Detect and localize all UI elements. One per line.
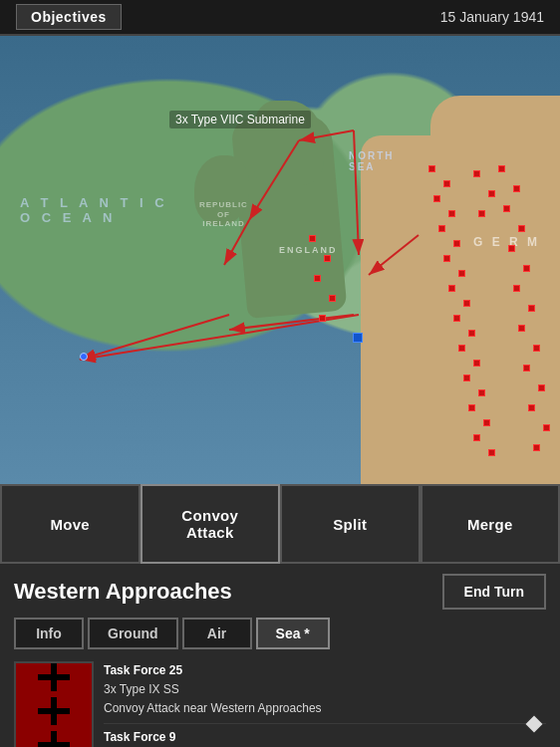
tab-air[interactable]: Air: [182, 618, 252, 649]
title-row: Western Approaches End Turn: [0, 564, 560, 618]
tab-info[interactable]: Info: [14, 618, 84, 649]
map-area[interactable]: A T L A N T I CO C E A N NORTHSEA ENGLAN…: [0, 36, 560, 484]
date-display: 15 January 1941: [440, 9, 544, 25]
cross-icon-2: [38, 697, 70, 725]
cross-icon: [38, 663, 70, 691]
cross-icon-3: [38, 731, 70, 747]
end-turn-button[interactable]: End Turn: [442, 574, 546, 610]
top-bar: Objectives 15 January 1941: [0, 0, 560, 36]
region-title: Western Approaches: [14, 579, 232, 605]
task-list: Task Force 25 3x Type IX SS Convoy Attac…: [104, 661, 546, 747]
task-item-2: Task Force 9 3x Type IX SS Convoy Attack…: [104, 728, 546, 747]
land-ireland: [194, 155, 249, 225]
content-area: Task Force 25 3x Type IX SS Convoy Attac…: [0, 657, 560, 747]
move-button[interactable]: Move: [0, 484, 140, 564]
tab-ground[interactable]: Ground: [88, 618, 178, 649]
land-europe-north: [430, 96, 560, 215]
action-buttons-row: Move Convoy Attack Split Merge: [0, 484, 560, 564]
tab-sea[interactable]: Sea *: [256, 618, 330, 649]
objectives-button[interactable]: Objectives: [16, 4, 122, 30]
split-button[interactable]: Split: [280, 484, 420, 564]
unit-icon: [14, 661, 94, 747]
submarine-label: 3x Type VIIC Submarine: [169, 111, 311, 128]
convoy-attack-button[interactable]: Convoy Attack: [140, 484, 281, 564]
tabs-row: Info Ground Air Sea *: [0, 618, 560, 649]
merge-button[interactable]: Merge: [420, 484, 561, 564]
task-item-1: Task Force 25 3x Type IX SS Convoy Attac…: [104, 661, 546, 724]
bottom-panel: Western Approaches End Turn Info Ground …: [0, 564, 560, 747]
